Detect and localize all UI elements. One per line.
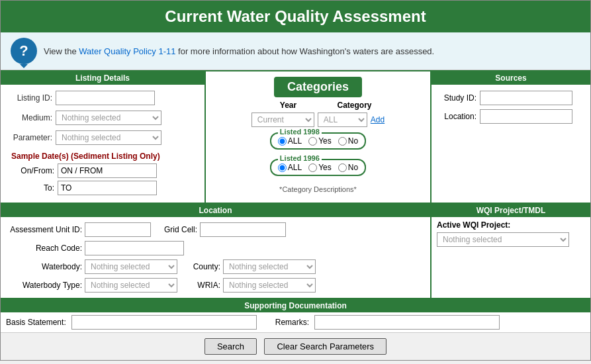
basis-input[interactable] [71,315,257,330]
listing-details-section: Listing Details Listing ID: Medium: Noth… [1,71,206,203]
categories-inner: Categories Year Category Current 1998 19… [206,71,430,203]
listed-1998-yes[interactable]: Yes [308,136,332,146]
waterbody-select[interactable]: Nothing selected [85,259,177,274]
on-from-label: On/From: [11,166,54,175]
categories-title: Categories [274,77,362,97]
categories-section: Categories Year Category Current 1998 19… [206,71,432,203]
medium-label: Medium: [6,113,52,122]
listed-1996-label: Listed 1996 [278,154,322,162]
listed-1996-container: Listed 1996 ALL Yes No [211,159,425,180]
basis-label: Basis Statement: [6,318,66,327]
waterbody-type-group: Waterbody Type: Nothing selected [6,278,177,293]
study-id-input[interactable] [480,91,572,105]
to-input[interactable] [58,181,157,195]
location-inner: Assessment Unit ID: Grid Cell: Reach Cod… [1,217,430,298]
listed-1998-container: Listed 1998 ALL Yes No [211,132,425,154]
reach-code-row: Reach Code: [6,239,425,257]
study-id-label: Study ID: [437,93,477,103]
page-header: Current Water Quality Assessment [1,1,590,32]
policy-link[interactable]: Water Quality Policy 1-11 [79,46,175,56]
wqi-section: WQI Project/TMDL Active WQI Project: Not… [432,204,590,298]
parameter-select[interactable]: Nothing selected [56,130,161,145]
listed-1996-no[interactable]: No [338,163,358,172]
page-title: Current Water Quality Assessment [1,7,590,26]
supporting-header: Supporting Documentation [1,299,590,312]
search-button[interactable]: Search [205,338,257,355]
info-text-before: View the [44,46,77,56]
cat-description: *Category Descriptions* [211,185,425,193]
county-label: County: [184,262,220,271]
location-label: Location: [437,112,477,121]
info-bar: ? View the Water Quality Policy 1-11 for… [1,32,590,70]
listing-id-group: Listing ID: [1,88,205,108]
parameter-label: Parameter: [6,133,52,142]
year-col-header: Year [255,101,322,110]
listed-1998-box: Listed 1998 ALL Yes No [270,132,366,150]
sediment-section: Sample Date(s) (Sediment Listing Only) O… [1,148,205,199]
info-text-after: for more information about how Washingto… [178,46,434,56]
location-input[interactable] [480,109,572,124]
wqi-inner: Active WQI Project: Nothing selected [432,217,590,250]
main-sections: Listing Details Listing ID: Medium: Noth… [1,70,590,203]
grid-cell-input[interactable] [200,222,286,237]
clear-button[interactable]: Clear Search Parameters [264,338,386,355]
info-icon: ? [11,38,37,64]
location-section: Location Assessment Unit ID: Grid Cell: … [1,204,432,298]
sediment-label: Sample Date(s) (Sediment Listing Only) [6,150,199,162]
wria-group: WRIA: Nothing selected [184,278,316,293]
listing-details-header: Listing Details [1,71,205,85]
location-row: Location: [437,107,585,126]
wqi-select[interactable]: Nothing selected [437,232,569,247]
on-from-input[interactable] [58,163,157,178]
listed-1996-yes[interactable]: Yes [308,163,332,172]
wria-select[interactable]: Nothing selected [223,278,316,293]
supporting-section: Supporting Documentation Basis Statement… [1,298,590,332]
bottom-bar: Search Clear Search Parameters [1,332,590,360]
reach-code-input[interactable] [85,241,184,255]
waterbody-group: Waterbody: Nothing selected [6,259,177,274]
county-select[interactable]: Nothing selected [223,259,316,274]
au-id-label: Assessment Unit ID: [6,225,82,234]
au-id-input[interactable] [85,222,151,237]
categories-input-row: Current 1998 1996 ALL 1 2 3 4A 4B 4C [211,113,425,127]
grid-cell-label: Grid Cell: [158,225,197,234]
year-select[interactable]: Current 1998 1996 [251,113,314,127]
location-header: Location [1,204,430,217]
waterbody-type-select[interactable]: Nothing selected [85,278,177,293]
study-id-row: Study ID: [437,89,585,107]
listed-1998-radios: ALL Yes No [278,136,358,146]
supporting-inner: Basis Statement: Remarks: [1,312,590,332]
info-text: View the Water Quality Policy 1-11 for m… [44,46,434,56]
on-from-row: On/From: [6,162,199,179]
medium-select[interactable]: Nothing selected [56,111,161,125]
au-id-group: Assessment Unit ID: [6,222,151,237]
waterbody-county-row: Waterbody: Nothing selected County: Noth… [6,257,425,276]
listed-1996-all[interactable]: ALL [278,163,302,172]
remarks-input[interactable] [314,315,500,330]
location-wqi-row: Location Assessment Unit ID: Grid Cell: … [1,203,590,298]
add-link[interactable]: Add [371,115,385,124]
reach-code-label: Reach Code: [6,244,82,253]
wbtype-wria-row: Waterbody Type: Nothing selected WRIA: N… [6,276,425,295]
waterbody-label: Waterbody: [6,262,82,271]
waterbody-type-label: Waterbody Type: [6,281,82,290]
remarks-label: Remarks: [275,318,309,327]
to-label: To: [11,183,54,193]
sources-inner: Study ID: Location: [432,85,590,130]
category-select[interactable]: ALL 1 2 3 4A 4B 4C 5 6 [318,113,367,127]
listing-id-label: Listing ID: [6,93,52,103]
wria-label: WRIA: [184,281,220,290]
wqi-header: WQI Project/TMDL [432,204,590,217]
sources-header: Sources [432,71,590,85]
listed-1998-label: Listed 1998 [278,128,322,136]
listed-1998-all[interactable]: ALL [278,136,302,146]
listing-id-input[interactable] [56,91,155,105]
sources-section: Sources Study ID: Location: [432,71,590,203]
categories-col-headers: Year Category [211,101,425,110]
listed-1998-no[interactable]: No [338,136,358,146]
wqi-active-label: Active WQI Project: [437,220,585,230]
grid-cell-group: Grid Cell: [158,222,286,237]
parameter-group: Parameter: Nothing selected [1,128,205,148]
listed-1996-radios: ALL Yes No [278,163,358,172]
listed-1996-box: Listed 1996 ALL Yes No [270,159,366,176]
